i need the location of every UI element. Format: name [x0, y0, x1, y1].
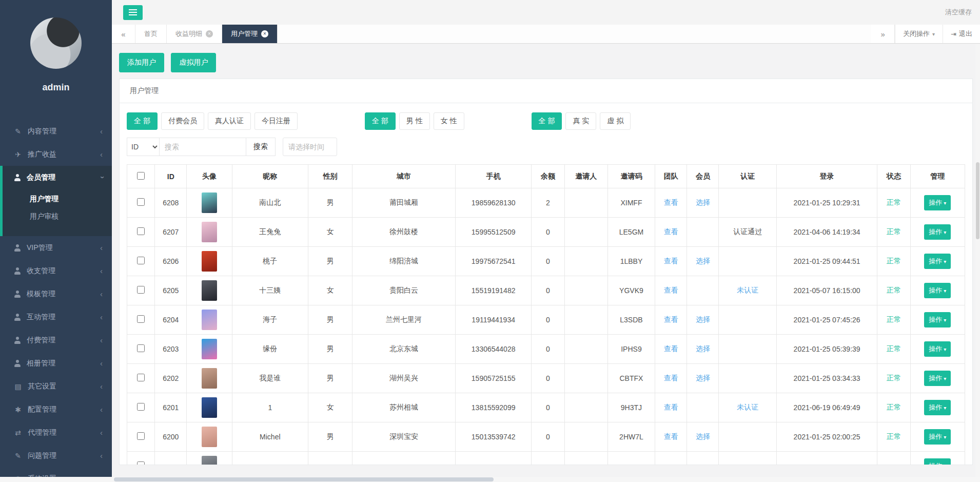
filter-account-type-option-1[interactable]: 真 实: [565, 112, 596, 130]
search-button[interactable]: 搜索: [246, 138, 276, 156]
filter-user-type-option-1[interactable]: 付费会员: [161, 112, 204, 130]
member-select-link[interactable]: 选择: [696, 344, 710, 353]
cell-balance: 0: [532, 305, 564, 335]
sidebar-item-question-manage[interactable]: ✎问题管理‹: [0, 444, 112, 467]
cell-checkbox: [127, 393, 155, 422]
row-checkbox[interactable]: [137, 227, 145, 235]
close-icon[interactable]: ×: [261, 30, 268, 37]
sidebar-item-config-manage[interactable]: ✱配置管理‹: [0, 398, 112, 421]
cell-team: [655, 452, 687, 465]
panel-title: 用户管理: [120, 79, 972, 103]
chevron-down-icon: ‹: [97, 176, 105, 179]
filter-user-type-option-3[interactable]: 今日注册: [254, 112, 298, 130]
filter-user-type-option-0[interactable]: 全 部: [127, 112, 158, 130]
tab-home[interactable]: 首页: [135, 25, 167, 43]
admin-avatar[interactable]: [30, 17, 82, 69]
sidebar-item-content-manage[interactable]: ✎内容管理‹: [0, 120, 112, 143]
sidebar-item-album-manage[interactable]: 相册管理‹: [0, 352, 112, 375]
row-actions-button[interactable]: 操作▾: [924, 458, 951, 465]
sidebar-item-payment-manage[interactable]: 付费管理‹: [0, 329, 112, 352]
sidebar-subitem-user-audit[interactable]: 用户审核: [0, 207, 112, 225]
row-actions-button[interactable]: 操作▾: [924, 429, 951, 445]
sidebar-item-interaction-manage[interactable]: 互动管理‹: [0, 305, 112, 329]
horizontal-scrollbar[interactable]: [0, 477, 980, 482]
select-all-checkbox[interactable]: [137, 172, 145, 180]
row-checkbox[interactable]: [137, 432, 145, 440]
member-select-link[interactable]: 选择: [696, 432, 710, 440]
sidebar-item-template-manage[interactable]: 模板管理‹: [0, 282, 112, 305]
logout-button[interactable]: ⇥ 退出: [943, 25, 980, 43]
vertical-scrollbar-thumb[interactable]: [976, 162, 979, 239]
add-user-button[interactable]: 添加用户: [119, 53, 164, 72]
search-input[interactable]: [159, 138, 246, 156]
team-view-link[interactable]: 查看: [664, 344, 678, 353]
scroll-tabs-right-button[interactable]: »: [871, 25, 895, 43]
sidebar-item-member-manage[interactable]: 会员管理‹: [0, 166, 112, 189]
filter-gender-option-1[interactable]: 男 性: [399, 112, 430, 130]
cell-inviter: [564, 276, 607, 305]
row-checkbox[interactable]: [137, 286, 145, 294]
cell-team: 查看: [655, 276, 687, 305]
user-avatar: [202, 280, 217, 301]
member-select-link[interactable]: 选择: [696, 198, 710, 206]
member-select-link[interactable]: 选择: [696, 374, 710, 382]
menu-toggle-button[interactable]: [123, 5, 143, 20]
row-actions-button[interactable]: 操作▾: [924, 341, 951, 357]
row-actions-button[interactable]: 操作▾: [924, 400, 951, 415]
vertical-scrollbar[interactable]: [975, 44, 980, 477]
cell-nickname: 缘份: [232, 335, 308, 364]
tab-income-detail[interactable]: 收益明细×: [167, 25, 222, 43]
close-icon[interactable]: ×: [206, 30, 213, 37]
filter-account-type-option-0[interactable]: 全 部: [532, 112, 562, 130]
row-checkbox[interactable]: [137, 344, 145, 352]
auth-pending-link[interactable]: 未认证: [737, 403, 758, 411]
cell-nickname: 桃子: [232, 247, 308, 276]
sidebar-subitem-user-manage[interactable]: 用户管理: [0, 190, 112, 207]
auth-pending-link[interactable]: 未认证: [737, 286, 758, 294]
row-actions-button[interactable]: 操作▾: [924, 283, 951, 298]
row-checkbox[interactable]: [137, 461, 145, 465]
team-view-link[interactable]: 查看: [664, 198, 678, 206]
search-field-select[interactable]: ID: [127, 138, 160, 156]
scroll-tabs-left-button[interactable]: «: [112, 25, 135, 43]
member-select-link[interactable]: 选择: [696, 315, 710, 323]
member-select-link[interactable]: 选择: [696, 257, 710, 265]
clear-cache-link[interactable]: 清空缓存: [945, 8, 972, 17]
filter-gender-option-2[interactable]: 女 性: [434, 112, 464, 130]
horizontal-scrollbar-thumb[interactable]: [114, 477, 494, 481]
team-view-link[interactable]: 查看: [664, 227, 678, 236]
tab-user-manage[interactable]: 用户管理×: [222, 25, 278, 43]
row-checkbox[interactable]: [137, 257, 145, 264]
filter-user-type-option-2[interactable]: 真人认证: [208, 112, 251, 130]
row-checkbox[interactable]: [137, 403, 145, 411]
team-view-link[interactable]: 查看: [664, 432, 678, 440]
team-view-link[interactable]: 查看: [664, 286, 678, 294]
filter-gender-option-0[interactable]: 全 部: [365, 112, 396, 130]
team-view-link[interactable]: 查看: [664, 374, 678, 382]
virtual-user-button[interactable]: 虚拟用户: [171, 53, 216, 72]
cell-id: 6208: [155, 188, 187, 218]
cell-balance: 0: [532, 247, 564, 276]
row-actions-button[interactable]: 操作▾: [924, 254, 951, 269]
row-actions-button[interactable]: 操作▾: [924, 371, 951, 386]
user-icon: [14, 244, 21, 252]
filter-account-type-option-2[interactable]: 虚 拟: [600, 112, 631, 130]
row-checkbox[interactable]: [137, 315, 145, 323]
row-actions-button[interactable]: 操作▾: [924, 195, 951, 210]
sidebar-item-income-expense-manage[interactable]: 收支管理‹: [0, 259, 112, 282]
user-icon: [14, 337, 21, 344]
team-view-link[interactable]: 查看: [664, 257, 678, 265]
time-picker-input[interactable]: [283, 138, 337, 156]
sidebar-item-vip-manage[interactable]: VIP管理‹: [0, 236, 112, 259]
row-actions-button[interactable]: 操作▾: [924, 224, 951, 240]
sidebar-item-promotion-income[interactable]: ✈推广收益‹: [0, 143, 112, 166]
team-view-link[interactable]: 查看: [664, 403, 678, 411]
cell-inviter: [564, 218, 607, 247]
team-view-link[interactable]: 查看: [664, 315, 678, 323]
sidebar-item-agent-manage[interactable]: ⇄代理管理‹: [0, 421, 112, 444]
close-operations-dropdown[interactable]: 关闭操作 ▾: [895, 25, 943, 43]
row-checkbox[interactable]: [137, 374, 145, 381]
row-actions-button[interactable]: 操作▾: [924, 312, 951, 327]
sidebar-item-other-settings[interactable]: ▤其它设置‹: [0, 375, 112, 398]
row-checkbox[interactable]: [137, 198, 145, 206]
